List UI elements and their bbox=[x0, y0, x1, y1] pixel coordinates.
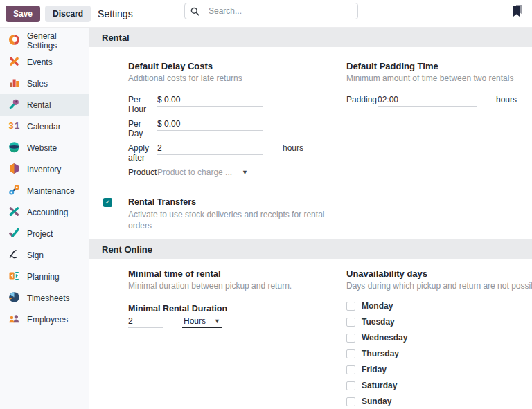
sidebar-item-label: General Settings bbox=[27, 31, 89, 51]
minimal-rental-duration-input[interactable]: 2 bbox=[128, 315, 163, 328]
minimal-time-box: Minimal time of rental Minimal duration … bbox=[103, 269, 339, 328]
wednesday-checkbox[interactable] bbox=[346, 334, 355, 343]
sidebar-item-label: Project bbox=[27, 229, 53, 239]
main-layout: General Settings Events Sales Rental 31 … bbox=[0, 28, 532, 409]
rental-transfers-checkbox[interactable]: ✓ bbox=[103, 198, 112, 207]
friday-checkbox[interactable] bbox=[346, 365, 355, 374]
general-settings-icon bbox=[8, 34, 20, 48]
sidebar-item-calendar[interactable]: 31 Calendar bbox=[0, 116, 89, 137]
sidebar-item-label: Employees bbox=[27, 315, 68, 325]
sidebar-item-label: Website bbox=[27, 143, 57, 153]
sidebar-item-maintenance[interactable]: Maintenance bbox=[0, 180, 89, 201]
minimal-time-subtitle: Minimal duration between pickup and retu… bbox=[128, 281, 339, 291]
sidebar-item-events[interactable]: Events bbox=[0, 51, 89, 73]
search-placeholder: Search... bbox=[209, 6, 242, 16]
default-padding-time-subtitle: Minimum amount of time between two renta… bbox=[346, 73, 517, 83]
product-placeholder: Product to charge ... bbox=[157, 167, 232, 177]
calendar-31-icon: 31 bbox=[8, 120, 20, 134]
sidebar-item-website[interactable]: Website bbox=[0, 137, 89, 158]
sidebar-item-label: Maintenance bbox=[27, 186, 75, 196]
svg-text:1: 1 bbox=[15, 120, 19, 131]
sidebar-item-timesheets[interactable]: Timesheets bbox=[0, 287, 89, 309]
settings-sidebar: General Settings Events Sales Rental 31 … bbox=[0, 28, 89, 409]
sidebar-item-label: Timesheets bbox=[27, 293, 70, 303]
sidebar-item-sales[interactable]: Sales bbox=[0, 73, 89, 94]
top-bar: Save Discard Settings Search... bbox=[0, 0, 532, 28]
thursday-checkbox[interactable] bbox=[346, 349, 355, 358]
day-row-sunday: Sunday bbox=[346, 397, 532, 406]
sidebar-item-accounting[interactable]: Accounting bbox=[0, 201, 89, 223]
sidebar-item-label: Inventory bbox=[27, 165, 61, 174]
friday-label: Friday bbox=[362, 365, 387, 374]
search-icon bbox=[190, 7, 200, 16]
duration-unit-select[interactable]: Hours ▼ bbox=[182, 315, 222, 328]
accounting-icon bbox=[8, 206, 20, 219]
padding-unit: hours bbox=[496, 93, 517, 104]
text-cursor bbox=[204, 7, 204, 16]
saturday-label: Saturday bbox=[362, 381, 397, 390]
timesheets-clock-icon bbox=[8, 291, 20, 305]
search-input[interactable]: Search... bbox=[184, 3, 358, 19]
sunday-checkbox[interactable] bbox=[346, 397, 355, 406]
settings-content: Rental Default Delay Costs Additional co… bbox=[89, 28, 532, 409]
saturday-checkbox[interactable] bbox=[346, 381, 355, 390]
sidebar-item-sign[interactable]: Sign bbox=[0, 244, 89, 266]
minimal-time-title: Minimal time of rental bbox=[128, 269, 339, 279]
chevron-down-icon: ▼ bbox=[214, 318, 220, 325]
inventory-box-icon bbox=[8, 163, 20, 176]
per-hour-label: Per Hour bbox=[128, 93, 157, 114]
apply-after-unit: hours bbox=[283, 142, 303, 153]
chevron-down-icon: ▼ bbox=[242, 169, 248, 176]
sidebar-item-label: Sign bbox=[27, 251, 44, 260]
unavailability-days-box: Unavailability days Days during which pi… bbox=[339, 269, 532, 409]
rental-section-body: Default Delay Costs Additional costs for… bbox=[89, 47, 532, 239]
tuesday-label: Tuesday bbox=[362, 317, 395, 327]
sidebar-item-inventory[interactable]: Inventory bbox=[0, 158, 89, 180]
default-delay-costs-box: Default Delay Costs Additional costs for… bbox=[103, 61, 339, 181]
default-padding-time-box: Default Padding Time Minimum amount of t… bbox=[339, 61, 517, 110]
day-row-tuesday: Tuesday bbox=[346, 317, 532, 327]
sidebar-item-employees[interactable]: Employees bbox=[0, 309, 89, 330]
apply-after-label: Apply after bbox=[128, 142, 157, 163]
product-dropdown[interactable]: Product to charge ... ▼ bbox=[157, 166, 248, 177]
per-day-label: Per Day bbox=[128, 118, 157, 138]
employees-icon bbox=[8, 313, 20, 327]
day-row-friday: Friday bbox=[346, 365, 532, 374]
rent-online-section-body: Minimal time of rental Minimal duration … bbox=[89, 259, 532, 409]
rental-transfers-title: Rental Transfers bbox=[128, 197, 339, 207]
sidebar-item-general-settings[interactable]: General Settings bbox=[0, 30, 89, 51]
sidebar-item-label: Rental bbox=[27, 100, 51, 110]
rental-key-icon bbox=[8, 98, 20, 112]
rent-online-section-header: Rent Online bbox=[89, 239, 532, 259]
sidebar-item-label: Calendar bbox=[27, 122, 61, 131]
day-row-wednesday: Wednesday bbox=[346, 333, 532, 343]
discard-button[interactable]: Discard bbox=[45, 6, 91, 22]
minimal-rental-duration-row: 2 Hours ▼ bbox=[128, 315, 339, 328]
sign-signature-icon bbox=[8, 248, 20, 262]
unavailability-days-subtitle: Days during which pickup and return are … bbox=[346, 281, 532, 291]
default-delay-costs-title: Default Delay Costs bbox=[128, 61, 339, 71]
sidebar-item-project[interactable]: Project bbox=[0, 223, 89, 244]
tuesday-checkbox[interactable] bbox=[346, 318, 355, 327]
apply-after-input[interactable]: 2 bbox=[157, 142, 263, 155]
duration-unit-value: Hours bbox=[184, 316, 206, 326]
per-hour-row: Per Hour $ 0.00 bbox=[128, 93, 339, 114]
sunday-label: Sunday bbox=[362, 397, 391, 406]
per-day-input[interactable]: $ 0.00 bbox=[157, 118, 263, 131]
minimal-rental-duration-label: Minimal Rental Duration bbox=[128, 304, 339, 313]
bookmark-icon[interactable] bbox=[509, 3, 526, 21]
default-delay-costs-subtitle: Additional costs for late returns bbox=[128, 73, 339, 83]
sidebar-item-rental[interactable]: Rental bbox=[0, 94, 89, 116]
website-globe-icon bbox=[8, 141, 20, 155]
per-day-row: Per Day $ 0.00 bbox=[128, 118, 339, 138]
unavailability-days-title: Unavailability days bbox=[346, 269, 532, 279]
product-label: Product bbox=[128, 166, 157, 177]
padding-input[interactable]: 02:00 bbox=[378, 93, 477, 107]
save-button[interactable]: Save bbox=[6, 6, 40, 22]
per-hour-input[interactable]: $ 0.00 bbox=[157, 93, 263, 107]
sales-icon bbox=[8, 77, 20, 91]
page-title: Settings bbox=[98, 8, 133, 19]
monday-checkbox[interactable] bbox=[346, 302, 355, 311]
thursday-label: Thursday bbox=[362, 349, 399, 358]
sidebar-item-planning[interactable]: Planning bbox=[0, 266, 89, 287]
